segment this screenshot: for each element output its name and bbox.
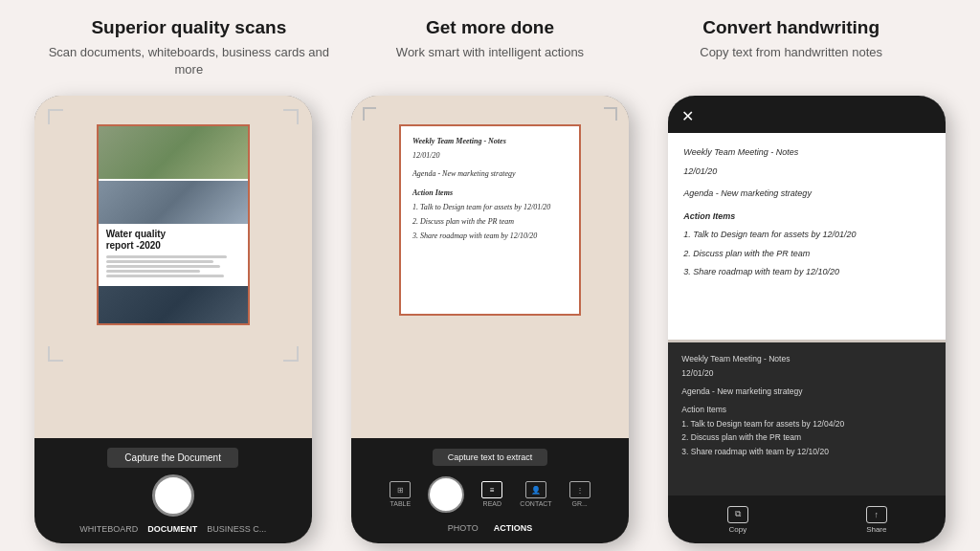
tool-gr[interactable]: ⋮ GR...: [569, 481, 590, 507]
top-bar: Superior quality scans Scan documents, w…: [0, 0, 980, 96]
document-preview: Water qualityreport -2020: [97, 124, 250, 325]
tab-photo[interactable]: PHOTO: [448, 523, 479, 533]
phone-2: Weekly Team Meeting - Notes 12/01/20 Age…: [351, 96, 629, 543]
share-icon: ↑: [866, 506, 887, 523]
phones-row: Water qualityreport -2020 Capture the Do…: [0, 96, 980, 551]
hw-line-2: 12/01/20: [683, 165, 930, 179]
hw-line-7: 3. Share roadmap with team by 12/10/20: [683, 266, 930, 279]
feature-title-1: Superior quality scans: [45, 17, 332, 38]
capture-text-button[interactable]: Capture text to extract: [433, 449, 548, 466]
feature-header-3: Convert handwriting Copy text from handw…: [648, 17, 935, 61]
feature-desc-3: Copy text from handwritten notes: [648, 44, 935, 61]
handwritten-note-preview: Weekly Team Meeting - Notes 12/01/20 Age…: [399, 124, 581, 316]
typed-line-6: 2. Discuss plan with the PR team: [681, 432, 932, 444]
copy-button[interactable]: ⧉ Copy: [727, 506, 748, 534]
share-button[interactable]: ↑ Share: [866, 506, 887, 534]
feature-title-2: Get more done: [346, 17, 634, 38]
tool-read[interactable]: ≡ READ: [481, 481, 502, 507]
phone-3: ✕ Weekly Team Meeting - Notes 12/01/20 A…: [668, 96, 946, 543]
tool-contact[interactable]: 👤 CONTACT: [520, 481, 551, 507]
tab-business[interactable]: BUSINESS C...: [207, 524, 266, 534]
typed-line-5: 1. Talk to Design team for assets by 12/…: [681, 419, 932, 430]
feature-title-3: Convert handwriting: [648, 17, 935, 38]
capture-document-button[interactable]: Capture the Document: [107, 448, 238, 468]
hw-line-3: Agenda - New marketing strategy: [683, 187, 930, 201]
close-icon[interactable]: ✕: [681, 107, 694, 125]
hw-line-1: Weekly Team Meeting - Notes: [683, 146, 930, 160]
typed-line-1: Weekly Team Meeting - Notes: [681, 354, 932, 365]
phone-1: Water qualityreport -2020 Capture the Do…: [34, 96, 312, 543]
hw-line-6: 2. Discuss plan with the PR team: [683, 248, 930, 261]
copy-icon: ⧉: [727, 506, 748, 523]
typed-line-7: 3. Share roadmap with team by 12/10/20: [681, 447, 932, 458]
doc-image-1: [99, 126, 248, 179]
doc-title: Water qualityreport -2020: [106, 229, 240, 252]
hw-line-4: Action Items: [683, 210, 930, 224]
doc-image-2: [99, 181, 248, 224]
shutter-button[interactable]: [152, 474, 194, 517]
feature-desc-1: Scan documents, whiteboards, business ca…: [45, 44, 332, 78]
tab-whiteboard[interactable]: WHITEBOARD: [79, 524, 138, 534]
doc-image-3: [99, 286, 248, 325]
feature-header-1: Superior quality scans Scan documents, w…: [45, 17, 332, 78]
tab-document[interactable]: DOCUMENT: [147, 524, 197, 534]
typed-line-2: 12/01/20: [681, 368, 932, 380]
tool-table[interactable]: ⊞ TABLE: [390, 481, 411, 507]
shutter-btn-2[interactable]: [428, 476, 464, 513]
feature-header-2: Get more done Work smart with intelligen…: [346, 17, 634, 61]
typed-line-3: Agenda - New marketing strategy: [681, 386, 932, 398]
tool-actions[interactable]: [428, 476, 464, 513]
hw-line-5: 1. Talk to Design team for assets by 12/…: [683, 229, 930, 242]
typed-line-4: Action Items: [681, 405, 932, 416]
tab-actions[interactable]: ACTIONS: [494, 523, 533, 533]
feature-desc-2: Work smart with intelligent actions: [346, 44, 634, 61]
